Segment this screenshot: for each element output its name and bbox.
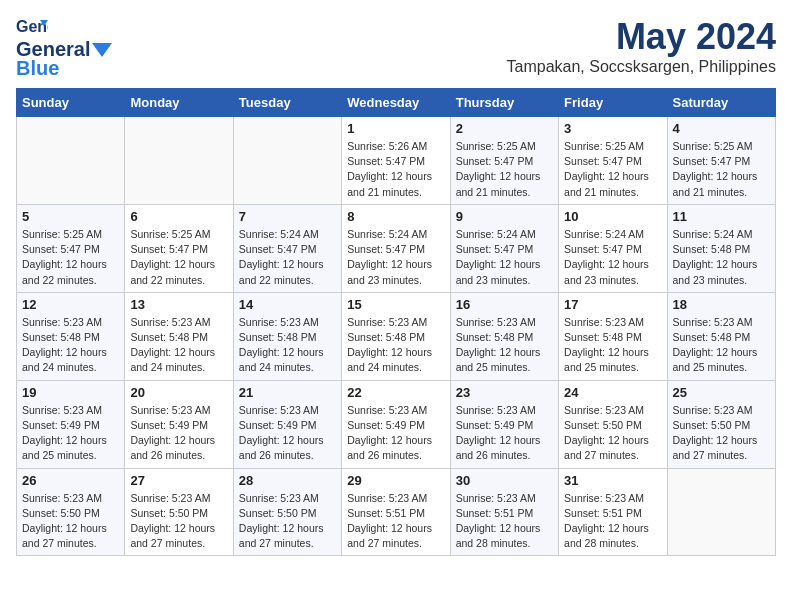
calendar-cell: 11Sunrise: 5:24 AM Sunset: 5:48 PM Dayli… bbox=[667, 204, 775, 292]
day-info: Sunrise: 5:24 AM Sunset: 5:47 PM Dayligh… bbox=[239, 227, 336, 288]
day-number: 25 bbox=[673, 385, 770, 400]
calendar-cell: 20Sunrise: 5:23 AM Sunset: 5:49 PM Dayli… bbox=[125, 380, 233, 468]
day-info: Sunrise: 5:23 AM Sunset: 5:48 PM Dayligh… bbox=[456, 315, 553, 376]
calendar-cell: 23Sunrise: 5:23 AM Sunset: 5:49 PM Dayli… bbox=[450, 380, 558, 468]
calendar-cell bbox=[233, 117, 341, 205]
day-info: Sunrise: 5:26 AM Sunset: 5:47 PM Dayligh… bbox=[347, 139, 444, 200]
day-info: Sunrise: 5:23 AM Sunset: 5:48 PM Dayligh… bbox=[239, 315, 336, 376]
day-info: Sunrise: 5:23 AM Sunset: 5:48 PM Dayligh… bbox=[130, 315, 227, 376]
weekday-header-tuesday: Tuesday bbox=[233, 89, 341, 117]
calendar-cell: 29Sunrise: 5:23 AM Sunset: 5:51 PM Dayli… bbox=[342, 468, 450, 556]
calendar-cell: 7Sunrise: 5:24 AM Sunset: 5:47 PM Daylig… bbox=[233, 204, 341, 292]
calendar-cell: 24Sunrise: 5:23 AM Sunset: 5:50 PM Dayli… bbox=[559, 380, 667, 468]
calendar-cell: 13Sunrise: 5:23 AM Sunset: 5:48 PM Dayli… bbox=[125, 292, 233, 380]
day-info: Sunrise: 5:23 AM Sunset: 5:49 PM Dayligh… bbox=[239, 403, 336, 464]
calendar-cell: 30Sunrise: 5:23 AM Sunset: 5:51 PM Dayli… bbox=[450, 468, 558, 556]
day-info: Sunrise: 5:23 AM Sunset: 5:50 PM Dayligh… bbox=[564, 403, 661, 464]
day-info: Sunrise: 5:23 AM Sunset: 5:50 PM Dayligh… bbox=[239, 491, 336, 552]
week-row-2: 5Sunrise: 5:25 AM Sunset: 5:47 PM Daylig… bbox=[17, 204, 776, 292]
weekday-header-monday: Monday bbox=[125, 89, 233, 117]
day-number: 23 bbox=[456, 385, 553, 400]
calendar-cell: 1Sunrise: 5:26 AM Sunset: 5:47 PM Daylig… bbox=[342, 117, 450, 205]
day-info: Sunrise: 5:25 AM Sunset: 5:47 PM Dayligh… bbox=[456, 139, 553, 200]
weekday-header-wednesday: Wednesday bbox=[342, 89, 450, 117]
weekday-header-sunday: Sunday bbox=[17, 89, 125, 117]
calendar-cell: 27Sunrise: 5:23 AM Sunset: 5:50 PM Dayli… bbox=[125, 468, 233, 556]
day-number: 1 bbox=[347, 121, 444, 136]
day-number: 9 bbox=[456, 209, 553, 224]
day-info: Sunrise: 5:23 AM Sunset: 5:51 PM Dayligh… bbox=[456, 491, 553, 552]
day-number: 28 bbox=[239, 473, 336, 488]
calendar-cell: 26Sunrise: 5:23 AM Sunset: 5:50 PM Dayli… bbox=[17, 468, 125, 556]
day-number: 14 bbox=[239, 297, 336, 312]
weekday-header-saturday: Saturday bbox=[667, 89, 775, 117]
day-info: Sunrise: 5:23 AM Sunset: 5:50 PM Dayligh… bbox=[130, 491, 227, 552]
logo-triangle-icon bbox=[92, 43, 112, 57]
day-number: 5 bbox=[22, 209, 119, 224]
day-info: Sunrise: 5:24 AM Sunset: 5:48 PM Dayligh… bbox=[673, 227, 770, 288]
day-info: Sunrise: 5:23 AM Sunset: 5:51 PM Dayligh… bbox=[347, 491, 444, 552]
day-info: Sunrise: 5:24 AM Sunset: 5:47 PM Dayligh… bbox=[347, 227, 444, 288]
day-info: Sunrise: 5:25 AM Sunset: 5:47 PM Dayligh… bbox=[673, 139, 770, 200]
weekday-header-thursday: Thursday bbox=[450, 89, 558, 117]
calendar-cell: 8Sunrise: 5:24 AM Sunset: 5:47 PM Daylig… bbox=[342, 204, 450, 292]
calendar-cell: 28Sunrise: 5:23 AM Sunset: 5:50 PM Dayli… bbox=[233, 468, 341, 556]
weekday-header-friday: Friday bbox=[559, 89, 667, 117]
week-row-4: 19Sunrise: 5:23 AM Sunset: 5:49 PM Dayli… bbox=[17, 380, 776, 468]
day-number: 17 bbox=[564, 297, 661, 312]
day-info: Sunrise: 5:25 AM Sunset: 5:47 PM Dayligh… bbox=[130, 227, 227, 288]
calendar-cell: 18Sunrise: 5:23 AM Sunset: 5:48 PM Dayli… bbox=[667, 292, 775, 380]
logo-icon: General bbox=[16, 16, 48, 38]
day-info: Sunrise: 5:23 AM Sunset: 5:48 PM Dayligh… bbox=[347, 315, 444, 376]
week-row-5: 26Sunrise: 5:23 AM Sunset: 5:50 PM Dayli… bbox=[17, 468, 776, 556]
day-number: 6 bbox=[130, 209, 227, 224]
calendar-cell: 31Sunrise: 5:23 AM Sunset: 5:51 PM Dayli… bbox=[559, 468, 667, 556]
calendar-cell: 10Sunrise: 5:24 AM Sunset: 5:47 PM Dayli… bbox=[559, 204, 667, 292]
day-number: 15 bbox=[347, 297, 444, 312]
day-number: 29 bbox=[347, 473, 444, 488]
day-info: Sunrise: 5:23 AM Sunset: 5:51 PM Dayligh… bbox=[564, 491, 661, 552]
day-info: Sunrise: 5:23 AM Sunset: 5:50 PM Dayligh… bbox=[673, 403, 770, 464]
day-number: 16 bbox=[456, 297, 553, 312]
title-section: May 2024 Tampakan, Soccsksargen, Philipp… bbox=[507, 16, 776, 76]
day-number: 3 bbox=[564, 121, 661, 136]
day-number: 22 bbox=[347, 385, 444, 400]
day-info: Sunrise: 5:23 AM Sunset: 5:49 PM Dayligh… bbox=[347, 403, 444, 464]
day-number: 20 bbox=[130, 385, 227, 400]
day-number: 30 bbox=[456, 473, 553, 488]
weekday-header-row: SundayMondayTuesdayWednesdayThursdayFrid… bbox=[17, 89, 776, 117]
calendar-cell bbox=[667, 468, 775, 556]
calendar-cell: 5Sunrise: 5:25 AM Sunset: 5:47 PM Daylig… bbox=[17, 204, 125, 292]
calendar-cell: 3Sunrise: 5:25 AM Sunset: 5:47 PM Daylig… bbox=[559, 117, 667, 205]
calendar-cell: 21Sunrise: 5:23 AM Sunset: 5:49 PM Dayli… bbox=[233, 380, 341, 468]
calendar-cell: 2Sunrise: 5:25 AM Sunset: 5:47 PM Daylig… bbox=[450, 117, 558, 205]
day-info: Sunrise: 5:23 AM Sunset: 5:50 PM Dayligh… bbox=[22, 491, 119, 552]
day-info: Sunrise: 5:23 AM Sunset: 5:48 PM Dayligh… bbox=[22, 315, 119, 376]
calendar-cell: 14Sunrise: 5:23 AM Sunset: 5:48 PM Dayli… bbox=[233, 292, 341, 380]
calendar-cell: 17Sunrise: 5:23 AM Sunset: 5:48 PM Dayli… bbox=[559, 292, 667, 380]
day-number: 7 bbox=[239, 209, 336, 224]
week-row-3: 12Sunrise: 5:23 AM Sunset: 5:48 PM Dayli… bbox=[17, 292, 776, 380]
calendar-cell bbox=[17, 117, 125, 205]
location-title: Tampakan, Soccsksargen, Philippines bbox=[507, 58, 776, 76]
day-number: 19 bbox=[22, 385, 119, 400]
day-number: 11 bbox=[673, 209, 770, 224]
logo-blue: Blue bbox=[16, 57, 59, 80]
calendar-cell: 22Sunrise: 5:23 AM Sunset: 5:49 PM Dayli… bbox=[342, 380, 450, 468]
day-info: Sunrise: 5:23 AM Sunset: 5:49 PM Dayligh… bbox=[130, 403, 227, 464]
day-info: Sunrise: 5:23 AM Sunset: 5:48 PM Dayligh… bbox=[673, 315, 770, 376]
week-row-1: 1Sunrise: 5:26 AM Sunset: 5:47 PM Daylig… bbox=[17, 117, 776, 205]
day-info: Sunrise: 5:25 AM Sunset: 5:47 PM Dayligh… bbox=[564, 139, 661, 200]
day-number: 24 bbox=[564, 385, 661, 400]
day-info: Sunrise: 5:23 AM Sunset: 5:49 PM Dayligh… bbox=[456, 403, 553, 464]
day-info: Sunrise: 5:23 AM Sunset: 5:48 PM Dayligh… bbox=[564, 315, 661, 376]
day-number: 2 bbox=[456, 121, 553, 136]
day-info: Sunrise: 5:25 AM Sunset: 5:47 PM Dayligh… bbox=[22, 227, 119, 288]
calendar-cell: 25Sunrise: 5:23 AM Sunset: 5:50 PM Dayli… bbox=[667, 380, 775, 468]
month-title: May 2024 bbox=[507, 16, 776, 58]
day-number: 8 bbox=[347, 209, 444, 224]
day-number: 13 bbox=[130, 297, 227, 312]
calendar-cell: 19Sunrise: 5:23 AM Sunset: 5:49 PM Dayli… bbox=[17, 380, 125, 468]
day-number: 18 bbox=[673, 297, 770, 312]
day-number: 27 bbox=[130, 473, 227, 488]
